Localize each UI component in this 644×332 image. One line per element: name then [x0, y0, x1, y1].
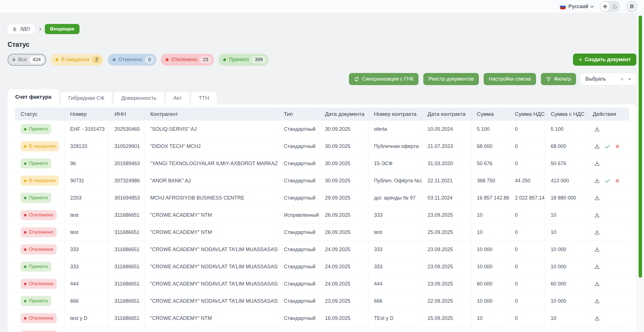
cell-contract_number: 15-ЭСФ: [368, 155, 422, 172]
cell-number: test y D: [64, 310, 109, 327]
theme-toggle[interactable]: [599, 1, 620, 12]
table-row[interactable]: Принято333311686651"CROWE ACADEMY" NODAV…: [15, 258, 629, 275]
download-icon[interactable]: [594, 195, 600, 201]
cell-vat: 0: [509, 207, 545, 223]
table-row[interactable]: Принято666311686651"CROWE ACADEMY" NODAV…: [15, 293, 629, 310]
table-row[interactable]: В ожидании90731207324986"ANOR BANK" AJСт…: [15, 172, 629, 189]
cell-contract_date: 21.07.2023: [422, 138, 471, 155]
download-icon[interactable]: [594, 315, 600, 322]
cell-type: Стандартный: [278, 172, 319, 189]
cell-actions: [587, 293, 628, 309]
cell-number: 90731: [64, 172, 109, 189]
status-filter-accepted[interactable]: Принято399: [218, 54, 268, 66]
column-header: Статус: [15, 108, 64, 121]
column-header: Дата документа: [319, 108, 368, 121]
tab-доверенность[interactable]: Доверенность: [114, 92, 164, 104]
tab-акт[interactable]: Акт: [166, 92, 189, 104]
column-header: Сумма: [471, 108, 509, 121]
download-icon[interactable]: [594, 160, 600, 167]
cell-status: Принято: [15, 189, 64, 206]
tab-гибридная-сф[interactable]: Гибридная СФ: [61, 92, 112, 104]
light-theme-button[interactable]: [600, 2, 610, 11]
status-filter-all[interactable]: Все424: [8, 54, 46, 66]
cell-doc_date: 30.09.2025: [319, 172, 368, 189]
table-row[interactable]: Принято2203301694853MCHJ AFROSIYOB BUSIN…: [15, 189, 629, 207]
reject-icon[interactable]: [615, 144, 620, 149]
reject-icon[interactable]: [615, 178, 620, 183]
cell-counterparty: "CROWE ACADEMY" NTM: [144, 224, 278, 241]
status-badge: Принято: [21, 124, 51, 134]
list-settings-button[interactable]: Настройки списка: [484, 73, 536, 85]
status-dot-icon: [24, 300, 26, 302]
registry-button[interactable]: Реестр документов: [423, 73, 479, 85]
language-label: Русский: [568, 3, 588, 10]
select-dropdown[interactable]: Выбрать: [581, 73, 636, 85]
status-dot-icon: [24, 162, 26, 165]
table-row[interactable]: В ожидании328133310529901"DIDOX TECH" MC…: [15, 138, 629, 155]
column-header: Дата контракта: [422, 108, 471, 121]
cell-status: Отклонено: [15, 224, 64, 241]
sync-gnk-button[interactable]: Синхронизация с ГНК: [349, 73, 419, 85]
breadcrumb-root[interactable]: ЭДО: [8, 24, 34, 34]
table-body: ПринятоEHF - 3191473202530465"SOLIQ-SERV…: [15, 121, 629, 332]
cell-inn: 311686651: [109, 241, 144, 258]
status-filter-label: В ожидании: [61, 57, 89, 63]
tab-ттн[interactable]: ТТН: [191, 92, 217, 104]
table-row[interactable]: Отклоненоtest311686651"CROWE ACADEMY" NT…: [15, 207, 629, 224]
cell-contract_number: 333: [368, 258, 422, 275]
download-icon[interactable]: [594, 178, 600, 184]
download-icon[interactable]: [594, 229, 600, 236]
cell-amount: 68 000: [471, 138, 509, 155]
download-icon[interactable]: [594, 281, 600, 287]
status-filter-pending[interactable]: В ожидании2: [51, 54, 103, 66]
cell-total: 10 000: [545, 241, 587, 258]
dark-theme-button[interactable]: [610, 2, 619, 11]
status-filter-cancelled[interactable]: Отменено0: [108, 54, 156, 66]
download-icon[interactable]: [594, 246, 600, 253]
cell-total: 50 676: [545, 155, 587, 172]
cell-amount: 10: [471, 207, 509, 223]
download-icon[interactable]: [594, 143, 600, 150]
download-icon[interactable]: [594, 264, 600, 270]
cell-contract_number: TEst y D: [368, 310, 422, 327]
cell-inn: 311686651: [109, 275, 144, 292]
language-selector[interactable]: Русский: [560, 3, 594, 10]
table-row[interactable]: Отклонено444311686651"CROWE ACADEMY" NOD…: [15, 275, 629, 293]
approve-icon[interactable]: [605, 143, 610, 149]
cell-doc_date: 24.09.2025: [319, 275, 368, 292]
cell-doc_date: 23.09.2025: [319, 293, 368, 309]
table-row[interactable]: Отклоненоtest y D311686651"CROWE ACADEMY…: [15, 310, 629, 327]
table-row[interactable]: ПринятоEHF - 3191473202530465"SOLIQ-SERV…: [15, 121, 629, 138]
tab-счет-фактура[interactable]: Счет фактура: [8, 89, 59, 104]
download-icon[interactable]: [594, 298, 600, 304]
breadcrumb-current[interactable]: Входящие: [45, 24, 79, 34]
main-content: ЭДО Входящие Статус Все424В ожидании2Отм…: [0, 24, 644, 104]
status-filter-count: 399: [252, 56, 266, 63]
russia-flag-icon: [560, 3, 566, 10]
table-row[interactable]: Отклоненоtest311686651"CROWE ACADEMY" NT…: [15, 224, 629, 241]
table-row[interactable]: Принято96201589463"YANGI TEXNOLOGIYALAR …: [15, 155, 629, 172]
status-filter-count: 0: [145, 56, 154, 63]
download-icon[interactable]: [594, 212, 600, 218]
scrollbar-thumb[interactable]: [639, 16, 642, 278]
avatar[interactable]: B: [627, 1, 637, 12]
status-badge: Отклонено: [21, 227, 57, 237]
document-icon: [12, 27, 17, 32]
scrollbar-track[interactable]: [637, 13, 644, 332]
table-row[interactable]: Отклоненоtest u311686651"CROWE ACADEMY" …: [15, 327, 629, 332]
table-row[interactable]: Отклонено333311686651"CROWE ACADEMY" NOD…: [15, 241, 629, 258]
download-icon[interactable]: [594, 126, 600, 132]
cell-contract_number: 333: [368, 241, 422, 258]
filter-button[interactable]: Фильтр: [541, 73, 576, 85]
clear-icon[interactable]: [620, 77, 624, 81]
sync-gnk-label: Синхронизация с ГНК: [362, 76, 414, 82]
cell-type: Стандартный: [278, 293, 319, 309]
create-document-button[interactable]: + Создать документ: [573, 54, 636, 66]
approve-icon[interactable]: [605, 178, 610, 184]
cell-actions: [587, 327, 628, 332]
status-dot-icon: [24, 145, 26, 148]
cell-doc_date: 26.09.2025: [319, 207, 368, 223]
status-filter-rejected[interactable]: Отклонено23: [161, 54, 214, 66]
cell-total: 10: [545, 224, 587, 241]
cell-actions: [587, 121, 628, 138]
